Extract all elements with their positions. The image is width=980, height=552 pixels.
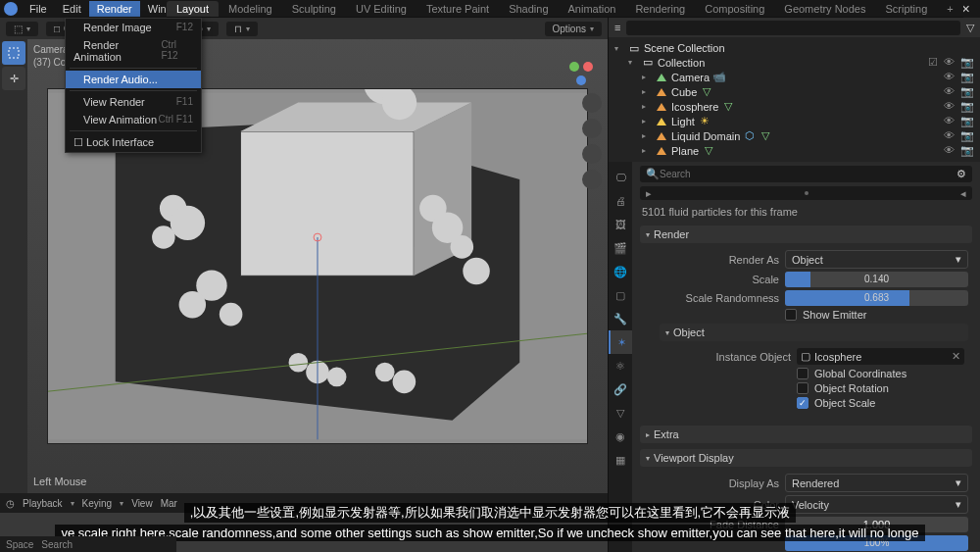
global-coords-label: Global Coordinates (814, 368, 906, 379)
eye-icon[interactable]: 👁 (944, 56, 955, 69)
prop-tab-viewlayer[interactable]: 🖼 (609, 213, 632, 236)
prop-tab-material[interactable]: ◉ (609, 425, 632, 448)
clear-icon[interactable]: ✕ (952, 350, 960, 363)
lock-interface-item[interactable]: ☐ Lock Interface (66, 133, 201, 152)
breadcrumb-path[interactable]: ▸◂ (640, 186, 972, 200)
options-dropdown[interactable]: Options ▾ (545, 22, 602, 36)
tab-sculpting[interactable]: Sculpting (282, 1, 346, 17)
eye-icon[interactable]: 👁 (944, 71, 955, 83)
tab-shading[interactable]: Shading (499, 1, 558, 17)
tab-uvediting[interactable]: UV Editing (346, 1, 416, 17)
tree-item-liquid-domain[interactable]: ▸Liquid Domain⬡▽👁📷 (614, 128, 974, 143)
exclude-checkbox-icon[interactable]: ☑ (928, 56, 938, 69)
options-icon[interactable]: ⚙ (956, 168, 966, 180)
editor-type-dropdown[interactable]: ⬚ ▾ (6, 22, 38, 36)
render-as-dropdown[interactable]: Object▾ (785, 250, 968, 269)
tree-item-plane[interactable]: ▸Plane▽👁📷 (614, 143, 974, 158)
tree-item-camera[interactable]: ▸Camera📹👁📷 (614, 70, 974, 84)
tab-geonodes[interactable]: Geometry Nodes (774, 1, 875, 17)
collection-icon: ▭ (642, 57, 654, 69)
object-rotation-checkbox[interactable] (797, 382, 808, 394)
tab-add[interactable]: + (937, 1, 962, 17)
perspective-icon[interactable] (582, 170, 602, 189)
filter-icon[interactable]: ▽ (966, 22, 974, 34)
eye-icon[interactable]: 👁 (944, 115, 955, 127)
render-vis-icon[interactable]: 📷 (960, 129, 974, 142)
select-box-tool[interactable] (2, 41, 25, 65)
render-vis-icon[interactable]: 📷 (960, 115, 974, 127)
render-menu-dropdown: Render ImageF12 Render AnimationCtrl F12… (65, 18, 202, 153)
outliner-type-icon[interactable]: ≡ (614, 22, 620, 33)
camera-view-icon[interactable] (582, 144, 602, 164)
tree-item-icosphere[interactable]: ▸Icosphere▽👁📷 (614, 99, 974, 114)
section-extra-header[interactable]: ▸Extra (640, 426, 972, 443)
prop-tab-object[interactable]: ▢ (609, 283, 632, 307)
prop-tab-physics[interactable]: ⚛ (609, 354, 632, 377)
prop-tab-constraints[interactable]: 🔗 (609, 377, 632, 401)
mesh-icon (656, 130, 667, 142)
render-animation-item[interactable]: Render AnimationCtrl F12 (66, 36, 201, 66)
svg-point-19 (463, 258, 490, 285)
render-vis-icon[interactable]: 📷 (960, 71, 974, 83)
scale-slider[interactable]: 0.140 (785, 272, 968, 287)
physics-icon: ⬡ (744, 130, 756, 142)
prop-tab-render[interactable]: 🖵 (609, 166, 632, 189)
render-vis-icon[interactable]: 📷 (960, 100, 974, 113)
zoom-icon[interactable] (582, 93, 602, 113)
tab-compositing[interactable]: Compositing (695, 1, 774, 17)
eye-icon[interactable]: 👁 (944, 85, 955, 98)
scene-collection-node[interactable]: ▾▭Scene Collection (614, 41, 974, 55)
properties-tabs: 🖵 🖨 🖼 🎬 🌐 ▢ 🔧 ✶ ⚛ 🔗 ▽ ◉ ▦ (609, 162, 632, 552)
outliner-search-input[interactable] (626, 21, 960, 35)
tab-scripting[interactable]: Scripting (875, 1, 937, 17)
render-vis-icon[interactable]: 📷 (960, 144, 974, 157)
properties-body: 🔍 ⚙ ▸◂ 5101 fluid particles for this fra… (632, 162, 980, 552)
prop-tab-world[interactable]: 🌐 (609, 260, 632, 283)
display-as-dropdown[interactable]: Rendered▾ (785, 474, 968, 492)
tab-rendering[interactable]: Rendering (625, 1, 695, 17)
svg-point-26 (583, 62, 593, 72)
prop-tab-scene[interactable]: 🎬 (609, 236, 632, 260)
prop-tab-texture[interactable]: ▦ (609, 448, 632, 472)
tab-layout[interactable]: Layout (167, 1, 219, 17)
nav-gizmo[interactable] (566, 59, 596, 88)
snap-dropdown[interactable]: ⊓ ▾ (226, 22, 258, 36)
cursor-tool[interactable]: ✛ (2, 67, 25, 90)
collection-node[interactable]: ▾▭Collection☑👁📷 (614, 55, 974, 70)
object-scale-checkbox[interactable]: ✓ (797, 397, 808, 409)
prop-tab-particles[interactable]: ✶ (609, 330, 632, 354)
eye-icon[interactable]: 👁 (944, 144, 955, 157)
render-audio-item[interactable]: Render Audio... (66, 71, 201, 88)
menu-file[interactable]: File (22, 1, 55, 17)
section-render-header[interactable]: ▾Render (640, 226, 972, 243)
props-search-input[interactable] (660, 169, 956, 179)
menu-separator (70, 90, 197, 91)
instance-object-label: Instance Object (663, 351, 791, 363)
prop-tab-data[interactable]: ▽ (609, 401, 632, 425)
camera-data-icon: 📹 (713, 72, 725, 83)
tab-animation[interactable]: Animation (559, 1, 626, 17)
scale-randomness-slider[interactable]: 0.683 (785, 290, 968, 306)
render-vis-icon[interactable]: 📷 (960, 56, 974, 69)
render-vis-icon[interactable]: 📷 (960, 85, 974, 98)
view-render-item[interactable]: View RenderF11 (66, 93, 201, 111)
global-coords-checkbox[interactable] (797, 368, 808, 379)
eye-icon[interactable]: 👁 (944, 129, 955, 142)
eye-icon[interactable]: 👁 (944, 100, 955, 113)
tree-item-light[interactable]: ▸Light☀👁📷 (614, 114, 974, 128)
section-object-header[interactable]: ▾Object (660, 324, 968, 341)
tab-modeling[interactable]: Modeling (219, 1, 282, 17)
render-image-item[interactable]: Render ImageF12 (66, 19, 201, 36)
prop-tab-modifiers[interactable]: 🔧 (609, 307, 632, 330)
section-viewport-display-header[interactable]: ▾Viewport Display (640, 449, 972, 467)
tab-texturepaint[interactable]: Texture Paint (416, 1, 499, 17)
view-animation-item[interactable]: View AnimationCtrl F11 (66, 111, 201, 128)
instance-object-field[interactable]: ▢Icosphere✕ (797, 348, 964, 365)
tree-item-cube[interactable]: ▸Cube▽👁📷 (614, 84, 974, 99)
prop-tab-output[interactable]: 🖨 (609, 189, 632, 213)
menu-edit[interactable]: Edit (55, 1, 89, 17)
move-view-icon[interactable] (582, 119, 602, 138)
menu-render[interactable]: Render (89, 1, 140, 17)
viewport-side-tools (582, 93, 602, 189)
show-emitter-checkbox[interactable] (785, 309, 797, 321)
